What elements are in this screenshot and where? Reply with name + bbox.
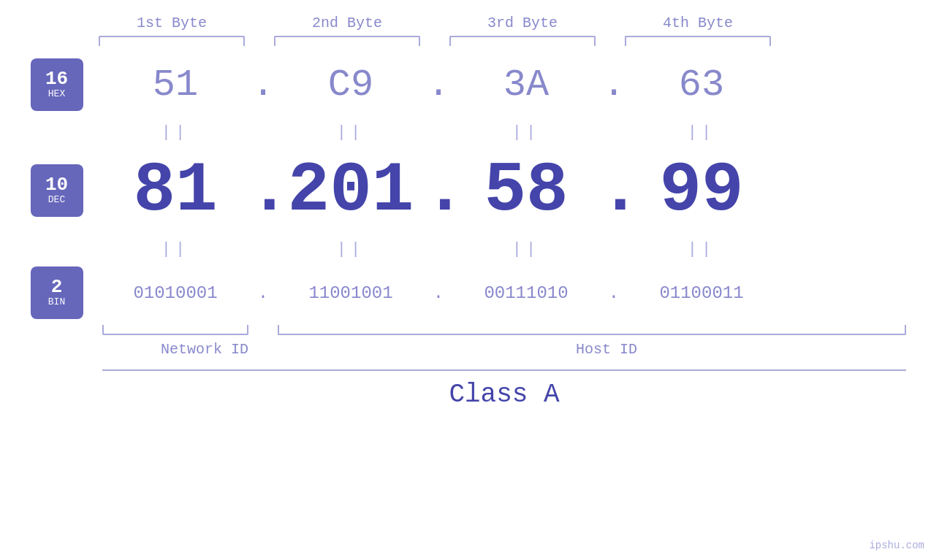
byte2-header: 2nd Byte — [274, 15, 420, 31]
sep1-b2: || — [278, 123, 424, 142]
hex-b3: 3A — [453, 64, 599, 107]
bin-b3: 00111010 — [453, 283, 599, 303]
class-section: Class A — [102, 369, 906, 410]
bracket-bottom-host — [278, 325, 906, 335]
sep2-b3: || — [453, 240, 599, 258]
bracket-top-2 — [274, 36, 420, 46]
sep2-b1: || — [102, 240, 248, 258]
dec-dot-2: . — [424, 151, 453, 231]
main-container: 1st Byte 2nd Byte 3rd Byte 4th Byte 16 H… — [0, 0, 939, 560]
hex-b2: C9 — [278, 64, 424, 107]
bracket-top-4 — [625, 36, 771, 46]
sep2-b2: || — [278, 240, 424, 258]
sep1-b1: || — [102, 123, 248, 142]
bin-dot-2: . — [424, 283, 453, 303]
bin-b4: 01100011 — [628, 283, 775, 303]
hex-dot-3: . — [599, 64, 628, 107]
bin-badge-num: 2 — [51, 277, 63, 296]
class-label: Class A — [102, 380, 906, 410]
host-id-label: Host ID — [307, 341, 906, 358]
dec-b3: 58 — [453, 151, 599, 231]
hex-badge-num: 16 — [45, 69, 68, 88]
sep1-b3: || — [453, 123, 599, 142]
dec-b1: 81 — [102, 151, 248, 231]
byte3-header: 3rd Byte — [449, 15, 596, 31]
watermark: ipshu.com — [869, 540, 924, 551]
sep1-b4: || — [628, 123, 775, 142]
bin-b1: 01010001 — [102, 283, 248, 303]
hex-badge-label: HEX — [48, 88, 65, 100]
hex-b4: 63 — [628, 64, 775, 107]
dec-dot-3: . — [599, 151, 628, 231]
bin-b2: 11001001 — [278, 283, 424, 303]
byte4-header: 4th Byte — [625, 15, 771, 31]
dec-dot-1: . — [248, 151, 278, 231]
network-id-label: Network ID — [102, 341, 307, 358]
bracket-top-1 — [99, 36, 245, 46]
byte1-header: 1st Byte — [99, 15, 245, 31]
sep2-b4: || — [628, 240, 775, 258]
bracket-bottom-network — [102, 325, 248, 335]
dec-badge: 10 DEC — [31, 164, 83, 217]
class-bracket-line — [102, 369, 906, 371]
dec-b2: 201 — [278, 151, 424, 231]
hex-dot-1: . — [248, 64, 278, 107]
hex-dot-2: . — [424, 64, 453, 107]
dec-badge-label: DEC — [48, 194, 65, 206]
bin-badge-label: BIN — [48, 296, 65, 308]
bracket-top-3 — [449, 36, 596, 46]
bin-dot-3: . — [599, 283, 628, 303]
hex-badge: 16 HEX — [31, 58, 83, 111]
hex-b1: 51 — [102, 64, 248, 107]
dec-badge-num: 10 — [45, 175, 68, 194]
bin-dot-1: . — [248, 283, 278, 303]
dec-b4: 99 — [628, 151, 775, 231]
bin-badge: 2 BIN — [31, 266, 83, 319]
